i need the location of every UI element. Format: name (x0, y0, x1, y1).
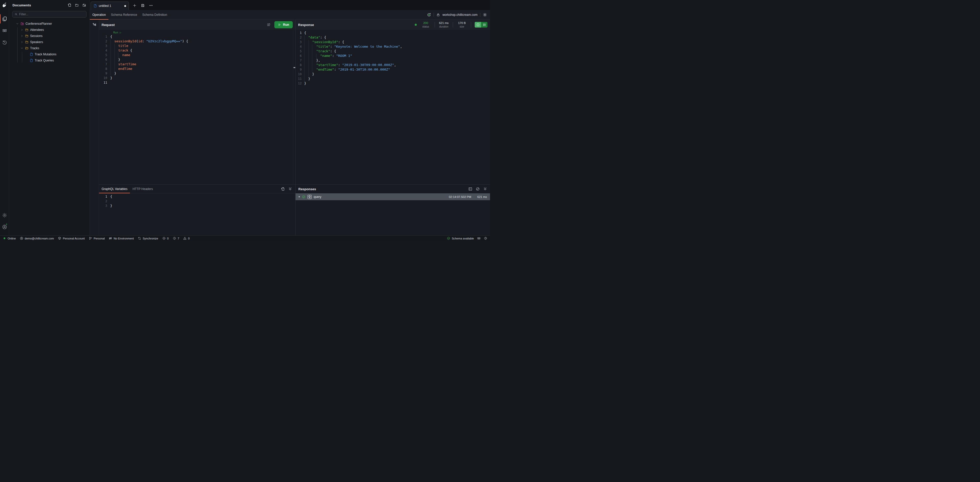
scrollbar-thumb[interactable] (293, 67, 295, 68)
activity-item-settings[interactable] (0, 209, 9, 221)
request-title: Request (102, 23, 115, 27)
tree-item-conferenceplanner[interactable]: ConferencePlanner (9, 21, 89, 27)
activity-item-profile[interactable] (0, 221, 9, 233)
token: } (110, 204, 112, 208)
token: , (400, 44, 402, 48)
indent-guide (312, 67, 316, 72)
document-plus-icon[interactable] (67, 3, 72, 7)
app-window: Documents ConferencePlannerAttendeesSess… (0, 0, 490, 241)
line-number: 10 (99, 76, 110, 80)
status-item-workspace[interactable]: Personal Account (58, 237, 85, 240)
status-item-profile[interactable]: Personal (89, 237, 105, 240)
status-item-schema-status[interactable]: Schema available (447, 237, 474, 240)
code-text: "data": { (304, 35, 326, 40)
indent-guide (118, 53, 122, 57)
lock-icon (436, 13, 440, 17)
code-text: "startTime": "2019-01-30T09:00:00.000Z", (304, 63, 396, 67)
status-item-online-status[interactable]: Online (3, 237, 16, 240)
branch-icon (89, 237, 92, 240)
status-item-error-count[interactable]: 0 (162, 237, 169, 240)
code-line: 2"data": { (296, 35, 490, 40)
status-item-label: 0 (188, 237, 189, 240)
status-item-shortcuts[interactable] (477, 237, 480, 240)
gear-icon (2, 213, 7, 218)
variables-actions (281, 185, 292, 193)
activity-bar-items (0, 13, 9, 48)
response-stats: 200 status 621 ms duration 170 B (415, 21, 487, 28)
tree-item-track-queries[interactable]: Track Queries (9, 57, 89, 63)
status-item-account-email[interactable]: demo@chillicream.com (20, 237, 54, 240)
braces-icon[interactable] (475, 22, 481, 27)
response-row[interactable]: Qquery02:14:07.502 PM621 ms (296, 193, 490, 200)
status-item-info-count[interactable]: 7 (173, 237, 179, 240)
tree-item-speakers[interactable]: Speakers (9, 39, 89, 45)
response-editor[interactable]: 1{2"data": {3"sessionById": {4"title": "… (296, 30, 490, 184)
status-item-help[interactable] (484, 237, 487, 240)
run-button[interactable]: Run (274, 21, 293, 28)
token: } (304, 81, 306, 85)
collapse-icon[interactable] (483, 187, 487, 191)
filter-input[interactable] (19, 13, 84, 16)
document-plus-icon[interactable] (281, 187, 285, 191)
response-title: Response (298, 23, 314, 27)
code-lens-run[interactable]: Run ▷ (113, 31, 295, 35)
tab-operation[interactable]: Operation (90, 10, 108, 19)
api-document-plus-icon[interactable] (82, 3, 86, 7)
variables-editor[interactable]: 1{23} (99, 193, 295, 235)
console-icon[interactable] (468, 187, 473, 191)
chillicream-logo-icon[interactable] (2, 2, 8, 8)
code-text: } (110, 71, 116, 76)
line-number: 6 (296, 54, 304, 58)
token: "2019-01-30T09:00:00.000Z" (342, 63, 394, 67)
code-line: 6} (99, 57, 295, 62)
line-number: 11 (99, 80, 110, 85)
status-item-environment[interactable]: No Environment (109, 237, 134, 240)
tree-item-sessions[interactable]: Sessions (9, 33, 89, 39)
activity-item-history[interactable] (0, 36, 9, 48)
line-number: 2 (296, 35, 304, 40)
document-tab-untitled-1[interactable]: untitled 1 (91, 2, 129, 10)
indent-guide (110, 67, 115, 71)
size-stat: 170 B size (456, 21, 468, 28)
tree-item-tracks[interactable]: Tracks (9, 45, 89, 51)
status-item-label: Synchronize (143, 237, 158, 240)
code-line: 5"track": { (296, 49, 490, 54)
code-text: "endTime": "2019-01-30T10:00:00.000Z" (304, 67, 390, 72)
status-item-warning-count[interactable]: 0 (183, 237, 189, 240)
collapse-icon[interactable] (288, 187, 292, 191)
tab-http-headers[interactable]: HTTP Headers (130, 185, 156, 193)
operations-graph-icon[interactable] (92, 23, 97, 27)
plus-icon[interactable] (133, 3, 137, 7)
refresh-schema-icon[interactable] (427, 13, 431, 17)
code-line: 10} (99, 76, 295, 80)
save-icon[interactable] (141, 3, 145, 7)
activity-item-schema[interactable] (0, 25, 9, 36)
folder-plus-icon[interactable] (75, 3, 79, 7)
app-body: Documents ConferencePlannerAttendeesSess… (0, 0, 490, 235)
checklist-icon[interactable] (481, 22, 487, 27)
token: ) { (182, 39, 188, 43)
tab-schema-reference[interactable]: Schema Reference (108, 10, 140, 19)
clear-icon[interactable] (476, 187, 480, 191)
token: id (138, 39, 142, 43)
tab-graphql-variables[interactable]: GraphQL Variables (99, 185, 130, 193)
main-area: untitled 1 OperationSchema ReferenceSche… (90, 0, 490, 235)
status-dot-icon (3, 237, 6, 240)
prettify-icon[interactable] (267, 23, 271, 27)
ellipsis-icon[interactable] (149, 3, 153, 7)
token: title (118, 44, 128, 48)
indent-guide (308, 72, 312, 76)
activity-item-documents[interactable] (0, 13, 9, 25)
help-icon (484, 237, 487, 240)
chevron-right-icon (21, 28, 24, 32)
tree-item-label: Tracks (30, 46, 39, 50)
endpoint-url[interactable]: workshop.chillicream.com (442, 13, 477, 17)
request-editor[interactable]: Run ▷1{2sessionById(id: "U2Vzc2lvbgppMQ=… (99, 30, 295, 184)
tree-item-attendees[interactable]: Attendees (9, 27, 89, 33)
tree-item-track-mutations[interactable]: Track Mutations (9, 51, 89, 57)
tab-schema-definition[interactable]: Schema Definition (140, 10, 169, 19)
connection-settings-icon[interactable] (483, 13, 487, 17)
status-item-synchronize[interactable]: Synchronize (138, 237, 158, 240)
tree-item-label: Speakers (30, 40, 43, 44)
tab-strip-actions (133, 3, 153, 7)
